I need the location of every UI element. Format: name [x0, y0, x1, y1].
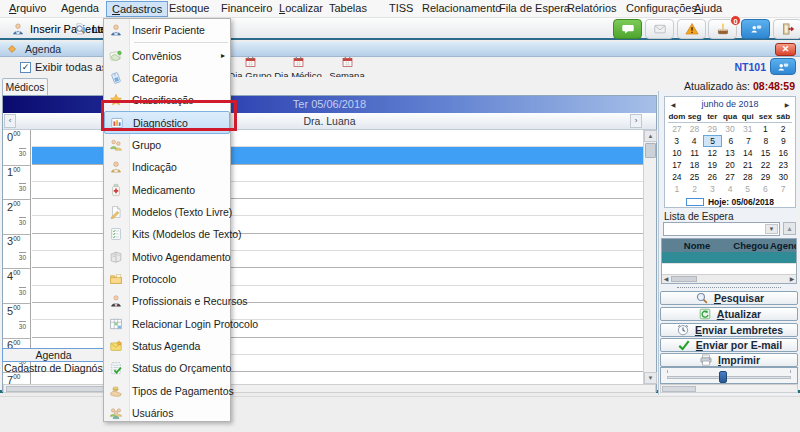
menu-option-modelos-texto-livre[interactable]: Modelos (Texto Livre): [104, 201, 230, 223]
chat-button[interactable]: [613, 19, 642, 39]
waitlist-combobox[interactable]: ▼: [663, 222, 780, 236]
calendar-day[interactable]: 11: [686, 147, 704, 159]
scroll-left-icon[interactable]: ◀: [662, 276, 670, 283]
calendar-day[interactable]: 7: [774, 183, 792, 195]
menu-item-ajuda[interactable]: Ajuda: [689, 1, 727, 17]
scroll-down-icon[interactable]: ▼: [644, 372, 657, 384]
calendar-day[interactable]: 25: [686, 171, 704, 183]
view-button-dia-medico[interactable]: Dia Médico: [273, 57, 323, 77]
mail-button[interactable]: [645, 19, 674, 39]
calendar-day[interactable]: 7: [740, 135, 757, 147]
calendar-selected-day[interactable]: 5: [703, 135, 722, 147]
calendar-day[interactable]: 5: [739, 183, 757, 195]
waitlist-hscrollbar[interactable]: ◀ ▶: [662, 274, 796, 283]
menu-item-tiss[interactable]: TISS: [384, 1, 418, 17]
right-hscroll-thumb[interactable]: [662, 386, 696, 392]
waitlist-hscroll-thumb[interactable]: [671, 276, 697, 282]
calendar-day[interactable]: 23: [774, 159, 792, 171]
menu-option-protocolo[interactable]: Protocolo: [104, 268, 230, 290]
calendar-day[interactable]: 30: [774, 171, 792, 183]
calendar-day[interactable]: 30: [721, 123, 739, 135]
atualizar-button[interactable]: Atualizar: [660, 307, 798, 321]
warning-button[interactable]: [677, 19, 706, 39]
birthday-button[interactable]: 0: [708, 19, 737, 39]
contacts-button[interactable]: [741, 19, 770, 39]
calendar-day[interactable]: 1: [757, 123, 775, 135]
calendar-day[interactable]: 22: [757, 159, 775, 171]
waitlist-selected-row[interactable]: [662, 252, 796, 263]
view-button-dia-grupo[interactable]: Dia Grupo: [228, 57, 272, 77]
next-doctor-button[interactable]: ›: [630, 114, 642, 128]
vertical-scrollbar[interactable]: ▲ ▼: [643, 130, 656, 384]
calendar-day[interactable]: 1: [668, 183, 686, 195]
scroll-up-icon[interactable]: ▲: [644, 130, 657, 142]
calendar-prev-icon[interactable]: ◀: [668, 100, 678, 109]
menu-option-status-agenda[interactable]: Status Agenda: [104, 335, 230, 357]
menu-option-relacionar-login-protocolo[interactable]: Relacionar Login Protocolo: [104, 312, 230, 334]
calendar-day[interactable]: 9: [775, 135, 792, 147]
calendar-day[interactable]: 17: [668, 159, 686, 171]
tab-medicos[interactable]: Médicos: [2, 78, 48, 95]
menu-item-cadastros[interactable]: Cadastros: [106, 1, 168, 17]
calendar-next-icon[interactable]: ▶: [782, 100, 792, 109]
calendar-day[interactable]: 8: [757, 135, 774, 147]
calendar-day[interactable]: 18: [686, 159, 704, 171]
calendar-day[interactable]: 4: [685, 135, 702, 147]
schedule-hscrollbar[interactable]: [3, 384, 656, 393]
waitlist-collapse-icon[interactable]: ▲: [783, 222, 796, 235]
menu-option-motivo-agendamento[interactable]: Motivo Agendamento: [104, 245, 230, 267]
menu-item-financeiro[interactable]: Financeiro: [216, 1, 277, 17]
menu-item-localizar[interactable]: Localizar: [274, 1, 328, 17]
calendar-day[interactable]: 14: [739, 147, 757, 159]
calendar-day[interactable]: 29: [757, 171, 775, 183]
menu-item-tabelas[interactable]: Tabelas: [324, 1, 372, 17]
menu-option-kits-modelos-de-texto[interactable]: Kits (Modelos de Texto): [104, 223, 230, 245]
menu-option-convenios[interactable]: Convênios▸: [104, 44, 230, 66]
right-hscrollbar[interactable]: [660, 384, 798, 393]
calendar-day[interactable]: 6: [757, 183, 775, 195]
menu-option-categoria[interactable]: Categoria: [104, 67, 230, 89]
calendar-day[interactable]: 27: [721, 171, 739, 183]
exit-button[interactable]: [773, 19, 800, 39]
bottom-tab-agenda[interactable]: Agenda: [2, 348, 105, 362]
calendar-day[interactable]: 16: [774, 147, 792, 159]
slider-thumb[interactable]: [719, 371, 727, 383]
menu-option-grupo[interactable]: Grupo: [104, 134, 230, 156]
calendar-today-row[interactable]: Hoje: 05/06/2018: [665, 195, 795, 208]
menu-option-tipos-de-pagamentos[interactable]: Tipos de Pagamentos: [104, 380, 230, 402]
calendar-day[interactable]: 12: [703, 147, 721, 159]
calendar-day[interactable]: 2: [774, 123, 792, 135]
calendar-day[interactable]: 28: [686, 123, 704, 135]
calendar-day[interactable]: 27: [668, 123, 686, 135]
menu-option-medicamento[interactable]: Medicamento: [104, 178, 230, 200]
calendar-day[interactable]: 3: [668, 135, 685, 147]
contacts-blue-icon[interactable]: [770, 58, 796, 75]
imprimir-button[interactable]: Imprimir: [660, 353, 798, 367]
scroll-right-icon[interactable]: ▶: [788, 276, 796, 283]
enviar-por-e-mail-button[interactable]: Enviar por E-mail: [660, 338, 798, 352]
calendar-day[interactable]: 26: [703, 171, 721, 183]
calendar-day[interactable]: 10: [668, 147, 686, 159]
menu-item-agenda[interactable]: Agenda: [56, 1, 104, 17]
calendar-day[interactable]: 15: [757, 147, 775, 159]
pesquisar-button[interactable]: Pesquisar: [660, 291, 798, 305]
calendar-day[interactable]: 20: [721, 159, 739, 171]
calendar-day[interactable]: 2: [686, 183, 704, 195]
calendar-day[interactable]: 3: [703, 183, 721, 195]
calendar-day[interactable]: 6: [722, 135, 739, 147]
calendar-day[interactable]: 21: [739, 159, 757, 171]
calendar-day[interactable]: 24: [668, 171, 686, 183]
menu-option-inserir-paciente[interactable]: Inserir Paciente: [104, 19, 230, 41]
menu-option-status-do-orcamento[interactable]: Status do Orçamento: [104, 357, 230, 379]
menu-item-estoque[interactable]: Estoque: [164, 1, 214, 17]
calendar-day[interactable]: 19: [703, 159, 721, 171]
waitlist-empty-row[interactable]: [662, 263, 796, 274]
calendar-day[interactable]: 31: [739, 123, 757, 135]
prev-doctor-button[interactable]: ‹: [4, 114, 16, 128]
calendar-day[interactable]: 29: [703, 123, 721, 135]
menu-option-indicacao[interactable]: Indicação: [104, 156, 230, 178]
close-button[interactable]: ✕: [775, 43, 796, 56]
menu-item-relatorios[interactable]: Relatórios: [562, 1, 622, 17]
calendar-day[interactable]: 28: [739, 171, 757, 183]
calendar-day[interactable]: 13: [721, 147, 739, 159]
